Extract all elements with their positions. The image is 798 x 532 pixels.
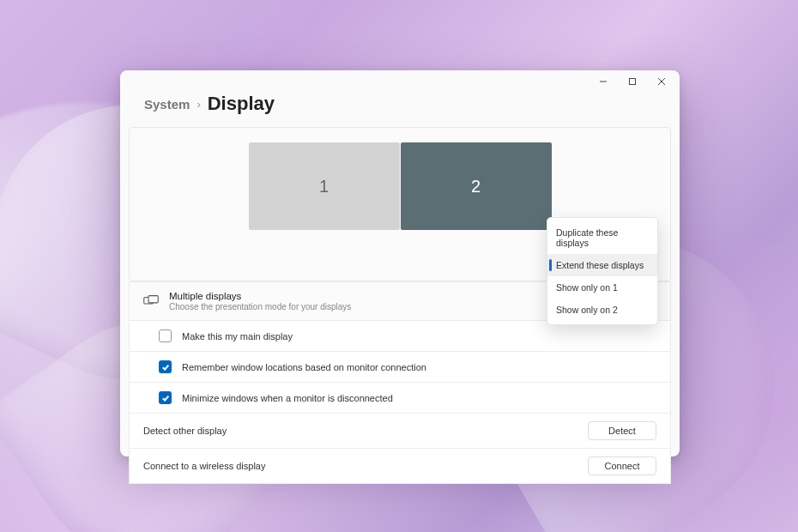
chevron-right-icon: › xyxy=(196,98,200,111)
mode-option-extend[interactable]: Extend these displays xyxy=(547,254,657,276)
content-area: 1 2 Identify Duplicate these displays Ex… xyxy=(120,127,680,493)
checkbox-remember[interactable] xyxy=(159,360,172,373)
detect-other-display-row: Detect other display Detect xyxy=(129,414,671,449)
connect-button[interactable]: Connect xyxy=(588,456,656,475)
mode-option-duplicate[interactable]: Duplicate these displays xyxy=(547,221,657,254)
arrange-actions: Identify Duplicate these displays Extend… xyxy=(147,250,653,270)
presentation-mode-menu: Duplicate these displays Extend these di… xyxy=(547,217,658,325)
multiple-displays-title: Multiple displays xyxy=(169,291,351,301)
window-maximize-button[interactable] xyxy=(618,70,647,93)
option-label: Remember window locations based on monit… xyxy=(182,362,426,372)
display-tile-label: 1 xyxy=(319,177,329,196)
row-label: Connect to a wireless display xyxy=(143,461,265,471)
multiple-displays-icon xyxy=(143,295,159,307)
breadcrumb-parent[interactable]: System xyxy=(144,97,190,112)
mode-option-show-only-1[interactable]: Show only on 1 xyxy=(547,276,657,299)
connect-wireless-display-row: Connect to a wireless display Connect xyxy=(129,449,671,484)
option-minimize-row[interactable]: Minimize windows when a monitor is disco… xyxy=(129,383,671,414)
svg-rect-5 xyxy=(148,296,158,303)
settings-window: System › Display 1 2 Identify Duplicate … xyxy=(120,70,680,456)
option-remember-row[interactable]: Remember window locations based on monit… xyxy=(129,352,671,383)
breadcrumb: System › Display xyxy=(120,93,680,127)
display-tile-2[interactable]: 2 xyxy=(401,142,552,230)
option-label: Make this my main display xyxy=(182,331,293,342)
detect-button[interactable]: Detect xyxy=(588,421,656,440)
svg-rect-1 xyxy=(630,79,636,85)
checkbox-make-main[interactable] xyxy=(159,329,172,342)
row-label: Detect other display xyxy=(143,426,227,436)
mode-option-show-only-2[interactable]: Show only on 2 xyxy=(547,299,657,321)
multiple-displays-text: Multiple displays Choose the presentatio… xyxy=(169,291,351,311)
option-label: Minimize windows when a monitor is disco… xyxy=(182,393,393,403)
option-make-main-row[interactable]: Make this my main display xyxy=(129,321,671,352)
checkbox-minimize[interactable] xyxy=(159,391,172,404)
page-title: Display xyxy=(208,93,275,115)
window-close-button[interactable] xyxy=(647,70,676,93)
display-arrangement-card: 1 2 Identify Duplicate these displays Ex… xyxy=(129,127,671,281)
display-tile-label: 2 xyxy=(471,177,481,196)
titlebar xyxy=(120,70,680,93)
multiple-displays-subtitle: Choose the presentation mode for your di… xyxy=(169,302,351,311)
display-tile-1[interactable]: 1 xyxy=(249,142,400,230)
window-minimize-button[interactable] xyxy=(589,70,618,93)
